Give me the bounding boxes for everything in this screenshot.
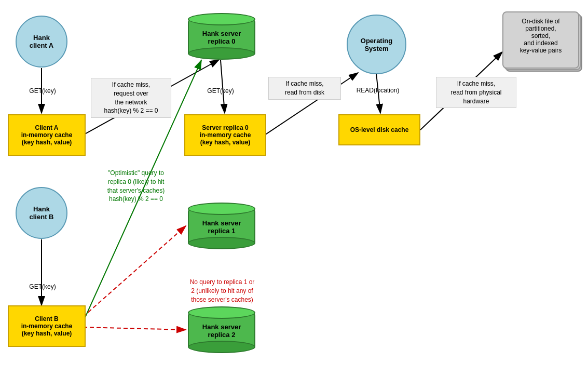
get-key-label-a: GET(key) [24,87,61,95]
os-disk-cache: OS-level disk cache [338,114,420,145]
if-cache-miss-network-box: If cache miss,request overthe networkhas… [91,78,171,118]
svg-line-12 [83,327,186,330]
get-key-label-server: GET(key) [202,87,239,95]
diagram: Hank client A Hank client B Client Ain-m… [0,0,588,376]
on-disk-file-box: On-disk file ofpartitioned,sorted,and in… [502,11,579,69]
hank-server-replica-0: Hank serverreplica 0 [188,13,255,60]
client-b-cache: Client Bin-memory cache(key hash, value) [8,305,86,347]
hank-server-replica-2: Hank serverreplica 2 [188,306,255,353]
if-cache-miss-disk-box: If cache miss,read from disk [268,77,341,100]
operating-system: OperatingSystem [347,15,406,74]
svg-line-11 [83,226,186,317]
svg-line-5 [221,60,225,113]
hank-client-a: Hank client A [16,16,67,68]
server-replica0-cache: Server replica 0in-memory cache(key hash… [184,114,266,156]
no-query-label: No query to replica 1 or2 (unlikely to h… [175,278,269,304]
arrows-overlay [0,0,588,376]
optimistic-query-label: "Optimistic" query toreplica 0 (likely t… [89,169,183,204]
get-key-label-b: GET(key) [24,283,61,290]
hank-server-replica-1: Hank serverreplica 1 [188,203,255,249]
client-a-cache: Client Ain-memory cache(key hash, value) [8,114,86,156]
hank-client-b: Hank client B [16,187,67,239]
if-cache-miss-hw-box: If cache miss,read from physicalhardware [436,77,516,108]
read-location-label: READ(location) [347,87,409,94]
